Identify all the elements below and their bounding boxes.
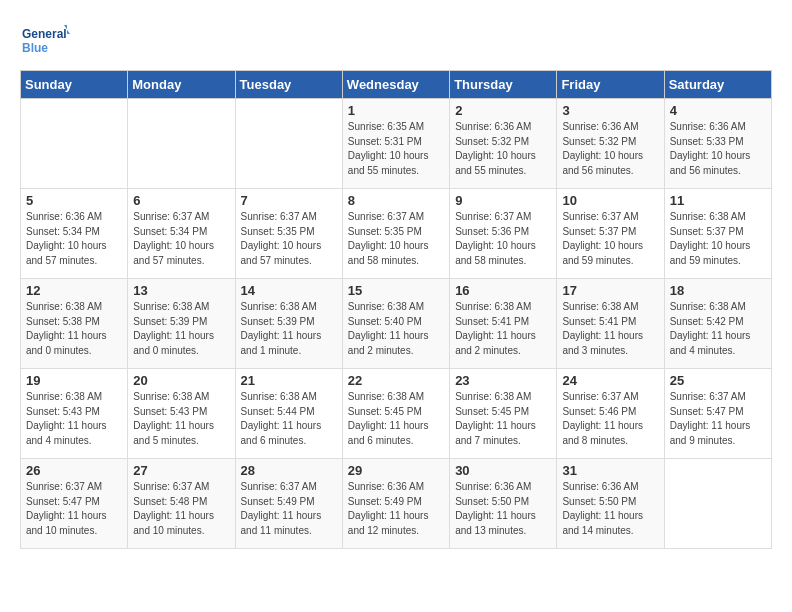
day-number: 22	[348, 373, 444, 388]
calendar-cell: 19Sunrise: 6:38 AM Sunset: 5:43 PM Dayli…	[21, 369, 128, 459]
calendar-cell: 10Sunrise: 6:37 AM Sunset: 5:37 PM Dayli…	[557, 189, 664, 279]
day-number: 19	[26, 373, 122, 388]
day-number: 30	[455, 463, 551, 478]
svg-text:Blue: Blue	[22, 41, 48, 55]
calendar-cell: 18Sunrise: 6:38 AM Sunset: 5:42 PM Dayli…	[664, 279, 771, 369]
day-number: 11	[670, 193, 766, 208]
calendar-table: SundayMondayTuesdayWednesdayThursdayFrid…	[20, 70, 772, 549]
calendar-week: 26Sunrise: 6:37 AM Sunset: 5:47 PM Dayli…	[21, 459, 772, 549]
day-number: 28	[241, 463, 337, 478]
day-number: 20	[133, 373, 229, 388]
day-number: 12	[26, 283, 122, 298]
day-number: 2	[455, 103, 551, 118]
day-number: 14	[241, 283, 337, 298]
calendar-cell: 26Sunrise: 6:37 AM Sunset: 5:47 PM Dayli…	[21, 459, 128, 549]
cell-content: Sunrise: 6:37 AM Sunset: 5:34 PM Dayligh…	[133, 210, 229, 268]
calendar-cell: 25Sunrise: 6:37 AM Sunset: 5:47 PM Dayli…	[664, 369, 771, 459]
cell-content: Sunrise: 6:38 AM Sunset: 5:45 PM Dayligh…	[455, 390, 551, 448]
calendar-cell: 27Sunrise: 6:37 AM Sunset: 5:48 PM Dayli…	[128, 459, 235, 549]
day-number: 7	[241, 193, 337, 208]
header-day: Monday	[128, 71, 235, 99]
header-day: Thursday	[450, 71, 557, 99]
cell-content: Sunrise: 6:37 AM Sunset: 5:47 PM Dayligh…	[26, 480, 122, 538]
calendar-cell: 31Sunrise: 6:36 AM Sunset: 5:50 PM Dayli…	[557, 459, 664, 549]
cell-content: Sunrise: 6:38 AM Sunset: 5:43 PM Dayligh…	[133, 390, 229, 448]
cell-content: Sunrise: 6:37 AM Sunset: 5:49 PM Dayligh…	[241, 480, 337, 538]
calendar-cell: 21Sunrise: 6:38 AM Sunset: 5:44 PM Dayli…	[235, 369, 342, 459]
day-number: 26	[26, 463, 122, 478]
calendar-cell: 24Sunrise: 6:37 AM Sunset: 5:46 PM Dayli…	[557, 369, 664, 459]
day-number: 3	[562, 103, 658, 118]
cell-content: Sunrise: 6:38 AM Sunset: 5:42 PM Dayligh…	[670, 300, 766, 358]
day-number: 13	[133, 283, 229, 298]
calendar-week: 19Sunrise: 6:38 AM Sunset: 5:43 PM Dayli…	[21, 369, 772, 459]
calendar-cell	[128, 99, 235, 189]
cell-content: Sunrise: 6:36 AM Sunset: 5:32 PM Dayligh…	[455, 120, 551, 178]
calendar-cell	[235, 99, 342, 189]
cell-content: Sunrise: 6:38 AM Sunset: 5:38 PM Dayligh…	[26, 300, 122, 358]
day-number: 9	[455, 193, 551, 208]
calendar-cell: 15Sunrise: 6:38 AM Sunset: 5:40 PM Dayli…	[342, 279, 449, 369]
day-number: 4	[670, 103, 766, 118]
day-number: 15	[348, 283, 444, 298]
day-number: 29	[348, 463, 444, 478]
calendar-cell: 17Sunrise: 6:38 AM Sunset: 5:41 PM Dayli…	[557, 279, 664, 369]
calendar-cell: 4Sunrise: 6:36 AM Sunset: 5:33 PM Daylig…	[664, 99, 771, 189]
cell-content: Sunrise: 6:38 AM Sunset: 5:39 PM Dayligh…	[133, 300, 229, 358]
cell-content: Sunrise: 6:36 AM Sunset: 5:50 PM Dayligh…	[455, 480, 551, 538]
header-day: Wednesday	[342, 71, 449, 99]
day-number: 8	[348, 193, 444, 208]
day-number: 16	[455, 283, 551, 298]
header-day: Saturday	[664, 71, 771, 99]
cell-content: Sunrise: 6:35 AM Sunset: 5:31 PM Dayligh…	[348, 120, 444, 178]
calendar-cell: 2Sunrise: 6:36 AM Sunset: 5:32 PM Daylig…	[450, 99, 557, 189]
calendar-cell: 11Sunrise: 6:38 AM Sunset: 5:37 PM Dayli…	[664, 189, 771, 279]
cell-content: Sunrise: 6:38 AM Sunset: 5:39 PM Dayligh…	[241, 300, 337, 358]
day-number: 1	[348, 103, 444, 118]
calendar-cell: 3Sunrise: 6:36 AM Sunset: 5:32 PM Daylig…	[557, 99, 664, 189]
calendar-cell: 12Sunrise: 6:38 AM Sunset: 5:38 PM Dayli…	[21, 279, 128, 369]
calendar-cell: 22Sunrise: 6:38 AM Sunset: 5:45 PM Dayli…	[342, 369, 449, 459]
calendar-week: 5Sunrise: 6:36 AM Sunset: 5:34 PM Daylig…	[21, 189, 772, 279]
cell-content: Sunrise: 6:37 AM Sunset: 5:48 PM Dayligh…	[133, 480, 229, 538]
header-row: SundayMondayTuesdayWednesdayThursdayFrid…	[21, 71, 772, 99]
day-number: 5	[26, 193, 122, 208]
cell-content: Sunrise: 6:38 AM Sunset: 5:41 PM Dayligh…	[455, 300, 551, 358]
calendar-cell: 20Sunrise: 6:38 AM Sunset: 5:43 PM Dayli…	[128, 369, 235, 459]
header: General Blue	[20, 20, 772, 60]
calendar-cell: 23Sunrise: 6:38 AM Sunset: 5:45 PM Dayli…	[450, 369, 557, 459]
header-day: Sunday	[21, 71, 128, 99]
calendar-cell: 16Sunrise: 6:38 AM Sunset: 5:41 PM Dayli…	[450, 279, 557, 369]
calendar-cell: 8Sunrise: 6:37 AM Sunset: 5:35 PM Daylig…	[342, 189, 449, 279]
calendar-cell: 9Sunrise: 6:37 AM Sunset: 5:36 PM Daylig…	[450, 189, 557, 279]
cell-content: Sunrise: 6:36 AM Sunset: 5:33 PM Dayligh…	[670, 120, 766, 178]
cell-content: Sunrise: 6:38 AM Sunset: 5:41 PM Dayligh…	[562, 300, 658, 358]
cell-content: Sunrise: 6:38 AM Sunset: 5:37 PM Dayligh…	[670, 210, 766, 268]
day-number: 21	[241, 373, 337, 388]
svg-text:General: General	[22, 27, 67, 41]
day-number: 25	[670, 373, 766, 388]
cell-content: Sunrise: 6:36 AM Sunset: 5:34 PM Dayligh…	[26, 210, 122, 268]
logo: General Blue	[20, 20, 70, 60]
calendar-cell: 13Sunrise: 6:38 AM Sunset: 5:39 PM Dayli…	[128, 279, 235, 369]
header-day: Tuesday	[235, 71, 342, 99]
calendar-cell: 6Sunrise: 6:37 AM Sunset: 5:34 PM Daylig…	[128, 189, 235, 279]
cell-content: Sunrise: 6:37 AM Sunset: 5:35 PM Dayligh…	[241, 210, 337, 268]
calendar-cell: 5Sunrise: 6:36 AM Sunset: 5:34 PM Daylig…	[21, 189, 128, 279]
day-number: 17	[562, 283, 658, 298]
cell-content: Sunrise: 6:38 AM Sunset: 5:40 PM Dayligh…	[348, 300, 444, 358]
cell-content: Sunrise: 6:37 AM Sunset: 5:46 PM Dayligh…	[562, 390, 658, 448]
cell-content: Sunrise: 6:37 AM Sunset: 5:36 PM Dayligh…	[455, 210, 551, 268]
header-day: Friday	[557, 71, 664, 99]
cell-content: Sunrise: 6:38 AM Sunset: 5:44 PM Dayligh…	[241, 390, 337, 448]
calendar-week: 12Sunrise: 6:38 AM Sunset: 5:38 PM Dayli…	[21, 279, 772, 369]
cell-content: Sunrise: 6:36 AM Sunset: 5:50 PM Dayligh…	[562, 480, 658, 538]
calendar-cell	[21, 99, 128, 189]
day-number: 6	[133, 193, 229, 208]
cell-content: Sunrise: 6:37 AM Sunset: 5:37 PM Dayligh…	[562, 210, 658, 268]
cell-content: Sunrise: 6:36 AM Sunset: 5:32 PM Dayligh…	[562, 120, 658, 178]
day-number: 31	[562, 463, 658, 478]
cell-content: Sunrise: 6:38 AM Sunset: 5:45 PM Dayligh…	[348, 390, 444, 448]
calendar-cell: 1Sunrise: 6:35 AM Sunset: 5:31 PM Daylig…	[342, 99, 449, 189]
logo-svg: General Blue	[20, 20, 70, 60]
